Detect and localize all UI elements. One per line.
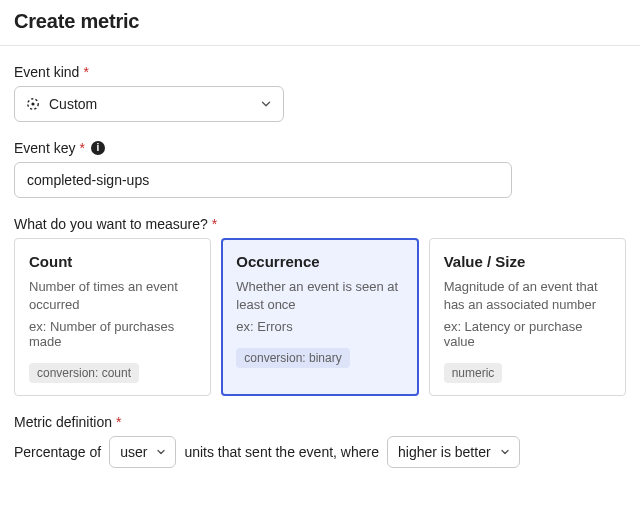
event-key-label-text: Event key (14, 140, 75, 156)
option-tag: numeric (444, 363, 503, 383)
unit-value: user (120, 444, 147, 460)
measure-label-text: What do you want to measure? (14, 216, 208, 232)
option-tag: conversion: binary (236, 348, 349, 368)
page-header: Create metric (0, 0, 640, 46)
measure-label: What do you want to measure? * (14, 216, 626, 232)
option-title: Count (29, 253, 196, 270)
measure-option-occurrence[interactable]: Occurrence Whether an event is seen at l… (221, 238, 418, 396)
event-kind-select[interactable]: Custom (14, 86, 284, 122)
required-marker: * (212, 216, 217, 232)
required-marker: * (79, 140, 84, 156)
unit-select[interactable]: user (109, 436, 176, 468)
chevron-down-icon (259, 97, 273, 111)
measure-options: Count Number of times an event occurred … (14, 238, 626, 396)
chevron-down-icon (155, 446, 167, 458)
event-key-field: Event key * i (14, 140, 626, 198)
option-desc: Whether an event is seen at least once (236, 278, 403, 313)
page-title: Create metric (14, 10, 626, 33)
option-title: Occurrence (236, 253, 403, 270)
option-desc: Number of times an event occurred (29, 278, 196, 313)
definition-middle: units that sent the event, where (184, 444, 379, 460)
option-title: Value / Size (444, 253, 611, 270)
chevron-down-icon (499, 446, 511, 458)
measure-option-value[interactable]: Value / Size Magnitude of an event that … (429, 238, 626, 396)
option-example: ex: Latency or purchase value (444, 319, 611, 349)
measure-field: What do you want to measure? * Count Num… (14, 216, 626, 396)
metric-definition-row: Percentage of user units that sent the e… (14, 436, 626, 468)
metric-definition-label-text: Metric definition (14, 414, 112, 430)
event-kind-value: Custom (49, 96, 97, 112)
metric-definition-field: Metric definition * Percentage of user u… (14, 414, 626, 468)
option-desc: Magnitude of an event that has an associ… (444, 278, 611, 313)
metric-definition-label: Metric definition * (14, 414, 626, 430)
option-tag: conversion: count (29, 363, 139, 383)
required-marker: * (83, 64, 88, 80)
event-kind-label-text: Event kind (14, 64, 79, 80)
option-example: ex: Number of purchases made (29, 319, 196, 349)
direction-select[interactable]: higher is better (387, 436, 520, 468)
required-marker: * (116, 414, 121, 430)
svg-point-1 (31, 102, 34, 105)
direction-value: higher is better (398, 444, 491, 460)
info-icon[interactable]: i (91, 141, 105, 155)
event-kind-field: Event kind * Custom (14, 64, 626, 122)
definition-prefix: Percentage of (14, 444, 101, 460)
event-kind-label: Event kind * (14, 64, 626, 80)
create-metric-form: Event kind * Custom Event key (0, 46, 640, 488)
custom-event-icon (25, 96, 41, 112)
event-key-input[interactable] (14, 162, 512, 198)
measure-option-count[interactable]: Count Number of times an event occurred … (14, 238, 211, 396)
option-example: ex: Errors (236, 319, 403, 334)
event-key-label: Event key * i (14, 140, 626, 156)
